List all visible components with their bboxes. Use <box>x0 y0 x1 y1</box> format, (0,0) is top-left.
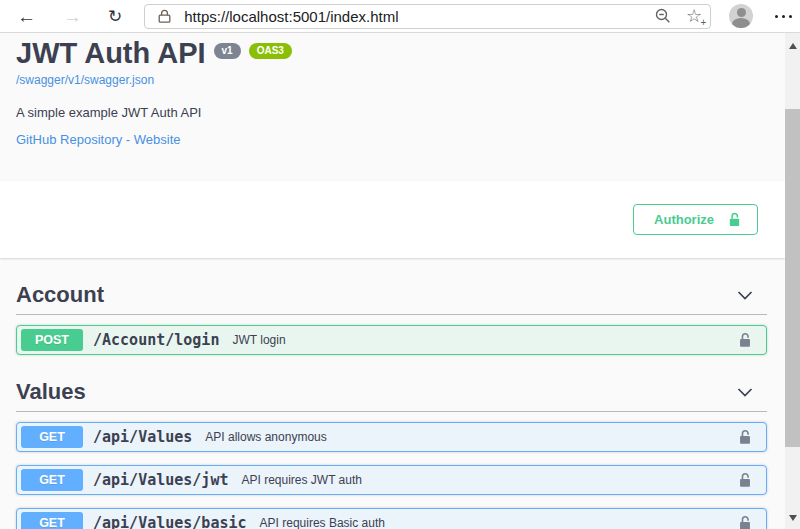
profile-avatar[interactable] <box>729 4 753 28</box>
endpoint-path: /Account/login <box>93 331 219 349</box>
endpoint-row-values-basic[interactable]: GET /api/Values/basic API requires Basic… <box>16 508 767 529</box>
forward-arrow-icon[interactable]: → <box>63 7 82 26</box>
endpoint-path: /api/Values/basic <box>93 514 247 529</box>
http-method-badge: GET <box>21 512 83 529</box>
chevron-down-icon <box>737 291 753 300</box>
scrollbar-thumb[interactable] <box>785 109 800 447</box>
website-link[interactable]: Website <box>134 132 181 147</box>
vertical-scrollbar[interactable] <box>785 33 800 529</box>
authorize-button[interactable]: Authorize <box>633 204 758 235</box>
link-separator: - <box>122 132 134 147</box>
authorize-label: Authorize <box>654 212 714 227</box>
avatar-head <box>737 8 746 17</box>
http-method-badge: GET <box>21 426 83 448</box>
endpoint-row-account-login[interactable]: POST /Account/login JWT login <box>16 325 767 355</box>
version-badge: v1 <box>214 43 241 59</box>
http-method-badge: POST <box>21 329 83 351</box>
scroll-down-arrow-icon[interactable] <box>789 515 797 521</box>
unlocked-padlock-icon[interactable] <box>736 514 754 529</box>
swagger-ui-page: JWT Auth API v1 OAS3 /swagger/v1/swagger… <box>0 33 800 529</box>
ellipsis-menu-icon[interactable] <box>775 15 792 18</box>
endpoint-summary: API requires Basic auth <box>260 516 385 529</box>
browser-toolbar: ← → ↻ https://localhost:5001/index.html … <box>0 0 800 33</box>
section-title: Account <box>16 282 104 308</box>
star-plus-glyph: + <box>700 18 706 28</box>
endpoint-summary: API allows anonymous <box>205 430 326 444</box>
star-add-icon[interactable]: ☆ + <box>686 7 702 25</box>
unlocked-padlock-icon[interactable] <box>736 428 754 446</box>
api-description: A simple example JWT Auth API <box>16 105 765 120</box>
unlocked-padlock-icon[interactable] <box>736 331 754 349</box>
oas3-badge: OAS3 <box>249 43 292 59</box>
endpoint-path: /api/Values <box>93 428 192 446</box>
endpoint-row-values-jwt[interactable]: GET /api/Values/jwt API requires JWT aut… <box>16 465 767 495</box>
section-title: Values <box>16 379 86 405</box>
zoom-out-icon[interactable] <box>654 7 672 25</box>
scheme-container: Authorize <box>0 181 785 258</box>
spec-json-link[interactable]: /swagger/v1/swagger.json <box>16 73 154 87</box>
ssl-lock-icon[interactable] <box>156 8 173 25</box>
url-text[interactable]: https://localhost:5001/index.html <box>184 8 640 25</box>
http-method-badge: GET <box>21 469 83 491</box>
api-info-section: JWT Auth API v1 OAS3 /swagger/v1/swagger… <box>0 33 785 181</box>
unlocked-padlock-icon <box>726 211 743 228</box>
external-links: GitHub Repository - Website <box>16 132 765 147</box>
section-header-account[interactable]: Account <box>16 272 767 315</box>
page-title: JWT Auth API <box>16 38 206 70</box>
chevron-down-icon <box>737 388 753 397</box>
github-repository-link[interactable]: GitHub Repository <box>16 132 122 147</box>
endpoint-path: /api/Values/jwt <box>93 471 228 489</box>
address-bar[interactable]: https://localhost:5001/index.html ☆ + <box>144 4 711 29</box>
section-header-values[interactable]: Values <box>16 369 767 412</box>
endpoint-row-values[interactable]: GET /api/Values API allows anonymous <box>16 422 767 452</box>
avatar-body <box>732 18 750 28</box>
back-arrow-icon[interactable]: ← <box>17 7 36 26</box>
refresh-icon[interactable]: ↻ <box>108 8 122 25</box>
endpoint-summary: JWT login <box>232 333 285 347</box>
operations-container: Account POST /Account/login JWT login <box>0 272 785 529</box>
scroll-up-arrow-icon[interactable] <box>789 43 797 49</box>
endpoint-summary: API requires JWT auth <box>241 473 362 487</box>
unlocked-padlock-icon[interactable] <box>736 471 754 489</box>
